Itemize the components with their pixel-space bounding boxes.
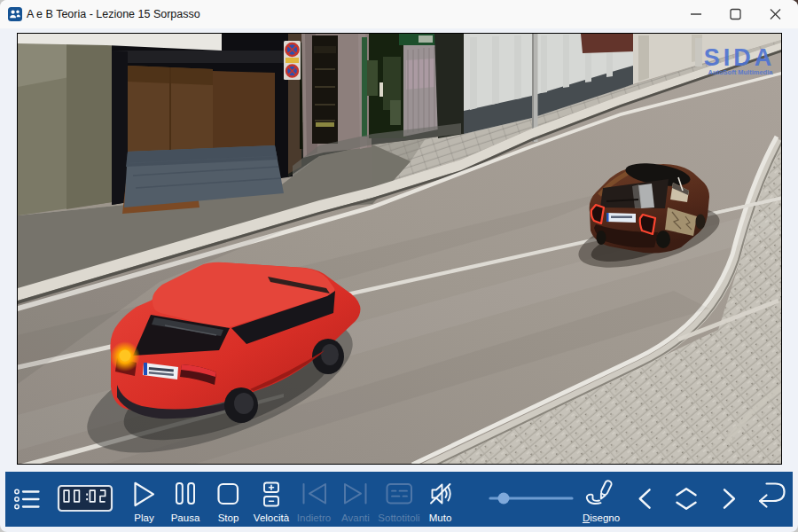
svg-text:SIDA: SIDA (704, 44, 776, 71)
svg-text:AutoSoft Multimedia: AutoSoft Multimedia (708, 68, 774, 76)
